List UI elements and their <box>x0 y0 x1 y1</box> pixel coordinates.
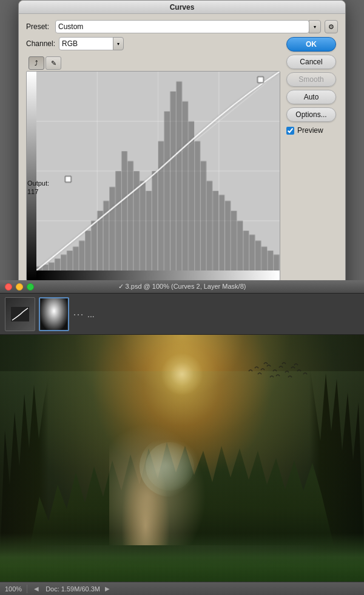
preset-dropdown-arrow[interactable]: ▾ <box>309 20 321 33</box>
channel-label: Channel: <box>26 39 55 48</box>
channel-dropdown-arrow[interactable]: ▾ <box>113 37 124 50</box>
close-button[interactable] <box>5 283 12 291</box>
output-label: Output: 117 <box>26 179 49 197</box>
options-button[interactable]: Options... <box>286 107 336 122</box>
layer-strip: ⋯ ... <box>0 294 364 335</box>
status-doc-info: Doc: 1.59M/60.3M <box>46 585 100 593</box>
horizontal-gradient-bar <box>36 271 280 280</box>
curve-canvas[interactable] <box>36 72 280 271</box>
curves-section: ⤴ ✎ Output: 117 <box>26 54 280 287</box>
mask-layer-thumbnail[interactable] <box>39 297 69 331</box>
layer-more-options[interactable]: ... <box>87 309 95 319</box>
ps-titlebar: ✓ 3.psd @ 100% (Curves 2, Layer Mask/8) <box>0 280 364 294</box>
preset-row: Preset: Custom ▾ ⚙ <box>26 20 338 33</box>
status-nav-right[interactable]: ▶ <box>105 585 110 592</box>
preset-select[interactable]: Custom <box>55 20 309 33</box>
vertical-gradient-bar <box>27 72 36 280</box>
status-divider-1 <box>27 585 27 593</box>
curve-toolbar: ⤴ ✎ <box>26 54 280 71</box>
cancel-button[interactable]: Cancel <box>286 55 336 69</box>
fairy-scene <box>0 335 364 582</box>
moon <box>161 353 203 395</box>
curves-area[interactable] <box>26 71 280 281</box>
status-nav-left[interactable]: ◀ <box>32 585 41 593</box>
foreground-grass <box>0 551 364 582</box>
preset-gear-button[interactable]: ⚙ <box>325 20 338 33</box>
channel-select[interactable]: RGB Red Green Blue <box>59 37 113 50</box>
layer-link-icon: ⋯ <box>73 308 84 321</box>
ok-button[interactable]: OK <box>286 37 336 52</box>
channel-row: Channel: RGB Red Green Blue ▾ <box>26 37 280 50</box>
fairy-figure <box>109 424 206 545</box>
zoom-level: 100% <box>5 585 22 593</box>
channel-select-wrap: RGB Red Green Blue ▾ <box>59 37 124 50</box>
smooth-button[interactable]: Smooth <box>286 72 336 87</box>
photoshop-window: ✓ 3.psd @ 100% (Curves 2, Layer Mask/8) … <box>0 280 364 595</box>
pencil-tool-button[interactable]: ✎ <box>46 56 61 70</box>
curve-tool-button[interactable]: ⤴ <box>29 56 44 70</box>
dialog-titlebar: Curves <box>19 1 345 14</box>
ps-statusbar: 100% ◀ Doc: 1.59M/60.3M ▶ <box>0 582 364 595</box>
preview-checkbox[interactable] <box>286 127 294 135</box>
ps-title: ✓ 3.psd @ 100% (Curves 2, Layer Mask/8) <box>0 283 364 291</box>
auto-button[interactable]: Auto <box>286 90 336 104</box>
preview-row: Preview <box>286 125 338 136</box>
preset-select-wrap: Custom ▾ <box>55 20 321 33</box>
curve-canvas-wrap <box>36 72 280 280</box>
curves-layer-thumbnail[interactable] <box>5 297 35 331</box>
birds-area <box>243 359 315 395</box>
dialog-title: Curves <box>170 3 195 12</box>
curves-graph-container: Output: 117 <box>26 71 280 287</box>
maximize-button[interactable] <box>27 283 34 291</box>
preset-label: Preset: <box>26 22 52 31</box>
ps-canvas[interactable] <box>0 335 364 582</box>
preview-label: Preview <box>297 126 323 135</box>
minimize-button[interactable] <box>16 283 23 291</box>
